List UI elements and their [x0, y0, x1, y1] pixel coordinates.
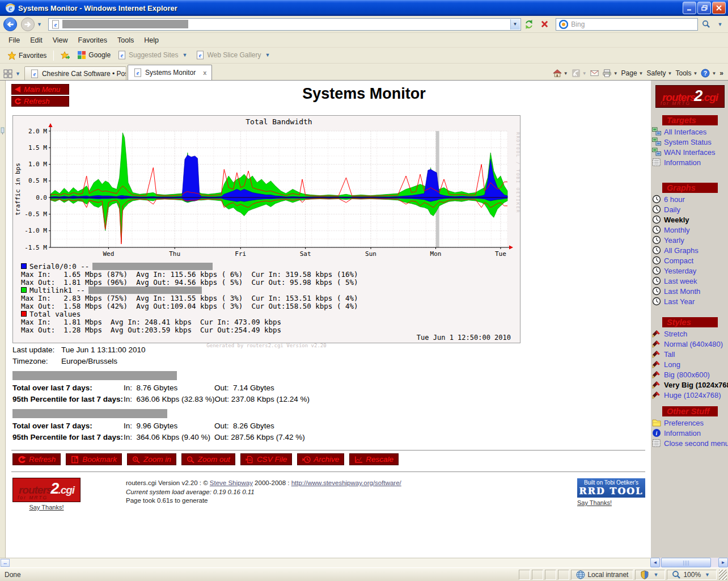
sidebar-item-all-graphs[interactable]: All Graphs	[651, 245, 728, 255]
menu-tools[interactable]: Tools	[112, 35, 139, 46]
sidebar-horizontal-scrollbar[interactable]: ◄ ►	[650, 558, 728, 567]
sidebar-item-6-hour[interactable]: 6 hour	[651, 194, 728, 204]
tab-systems-monitor[interactable]: eSystems Monitorx	[128, 65, 212, 80]
add-to-favorites-bar-button[interactable]	[57, 49, 74, 62]
refresh-button[interactable]	[523, 18, 536, 31]
menu-view[interactable]: View	[48, 35, 73, 46]
read-mail-button[interactable]	[590, 69, 599, 78]
tab-cheshire-cat-software-pos[interactable]: eCheshire Cat Software • Pos...	[24, 66, 126, 80]
home-button[interactable]: ▼	[553, 69, 568, 78]
ie-page-icon: e	[196, 50, 205, 60]
globe-icon	[576, 570, 585, 579]
zoom-level-button[interactable]: 100% ▼	[667, 570, 717, 580]
sidebar-item-information[interactable]: Information	[651, 157, 728, 167]
recent-pages-dropdown[interactable]: ▼	[37, 22, 42, 27]
favorites-link-web-slice-gallery[interactable]: eWeb Slice Gallery▼	[192, 49, 275, 61]
help-button[interactable]: ? ▼	[701, 69, 716, 78]
main-menu-button[interactable]: Main Menu	[11, 84, 69, 95]
sidebar-item-huge-1024x768[interactable]: Huge (1024x768)	[651, 390, 728, 400]
tab-close-icon[interactable]: x	[203, 69, 206, 76]
sidebar-item-long[interactable]: Long	[651, 359, 728, 369]
sidebar-item-daily[interactable]: Daily	[651, 204, 728, 214]
csv-file-button[interactable]: CSV File	[240, 453, 292, 465]
software-url-link[interactable]: http://www.steveshipway.org/software/	[291, 479, 401, 486]
routers2cgi-footer-logo[interactable]: routers2.cgifor MRTG Say Thanks!	[12, 478, 81, 502]
sidebar-item-last-year[interactable]: Last Year	[651, 296, 728, 306]
scroll-left-right-icon[interactable]: ↔	[1, 559, 10, 567]
sidebar-item-weekly[interactable]: Weekly	[651, 214, 728, 225]
sidebar-item-big-800x600[interactable]: Big (800x600)	[651, 369, 728, 380]
sidebar-item-tall[interactable]: Tall	[651, 349, 728, 359]
refresh-page-button[interactable]: Refresh	[11, 96, 69, 107]
sidebar-item-close-second-menu[interactable]: Close second menu	[651, 438, 728, 448]
sidebar-item-stretch[interactable]: Stretch	[651, 329, 728, 339]
favorites-link-google[interactable]: Google	[74, 49, 114, 61]
address-input[interactable]: e ▼	[48, 18, 521, 31]
zoom-out-button[interactable]: Zoom out	[181, 453, 235, 465]
scroll-right-arrow[interactable]: ►	[718, 558, 728, 567]
safety-menu[interactable]: Safety▼	[647, 69, 672, 77]
security-zone: Local intranet	[571, 570, 633, 580]
bandwidth-chart[interactable]: 2.0 M1.5 M1.0 M0.5 M0.0-0.5 M-1.0 M-1.5 …	[13, 116, 520, 261]
frame-splitter[interactable]	[0, 81, 6, 558]
sidebar-item-last-month[interactable]: Last Month	[651, 286, 728, 296]
bookmark-button[interactable]: Bookmark	[66, 453, 122, 465]
menu-favorites[interactable]: Favorites	[73, 35, 112, 46]
sidebar-item-last-week[interactable]: Last week	[651, 276, 728, 286]
sidebar-item-normal-640x480[interactable]: Normal (640x480)	[651, 339, 728, 349]
scrollbar-thumb[interactable]	[661, 558, 711, 567]
bookmark-icon	[71, 456, 79, 464]
quick-tabs-icon[interactable]	[3, 69, 12, 78]
svg-text:-1.0 M: -1.0 M	[24, 227, 47, 234]
page-menu[interactable]: Page▼	[621, 69, 644, 77]
sidebar-item-monthly[interactable]: Monthly	[651, 225, 728, 235]
redacted-text	[12, 371, 177, 380]
svg-text:e: e	[199, 52, 202, 58]
sidebar-item-yesterday[interactable]: Yesterday	[651, 266, 728, 276]
menu-file[interactable]: File	[3, 35, 25, 46]
protected-mode-button[interactable]: ▼	[635, 570, 665, 580]
feeds-button[interactable]: ▼	[572, 69, 587, 78]
say-thanks-link[interactable]: Say Thanks!	[577, 499, 645, 506]
search-input[interactable]: Bing	[556, 18, 698, 31]
sidebar-item-yearly[interactable]: Yearly	[651, 235, 728, 245]
sidebar-item-all-interfaces[interactable]: All Interfaces	[651, 127, 728, 137]
stop-button[interactable]	[537, 18, 551, 31]
main-horizontal-scrollbar[interactable]: ↔	[0, 558, 650, 567]
address-dropdown[interactable]: ▼	[510, 19, 520, 30]
stat-row: 95th Percentile for last 7 days:In: 636.…	[12, 395, 642, 406]
close-button[interactable]	[712, 2, 726, 14]
print-button[interactable]: ▼	[603, 69, 618, 78]
tab-list-dropdown[interactable]: ▼	[15, 71, 20, 77]
sidebar-item-compact[interactable]: Compact	[651, 255, 728, 266]
steve-shipway-link[interactable]: Steve Shipway	[210, 479, 253, 486]
sidebar-item-preferences[interactable]: Preferences	[651, 418, 728, 428]
sidebar-item-very-big-1024x768[interactable]: Very Big (1024x768)	[651, 380, 728, 390]
address-redacted-text	[62, 20, 188, 28]
menu-edit[interactable]: Edit	[25, 35, 48, 46]
scroll-left-arrow[interactable]: ◄	[650, 558, 660, 567]
zoom-in-button[interactable]: Zoom in	[127, 453, 176, 465]
tools-menu[interactable]: Tools▼	[675, 69, 697, 77]
sidebar-item-wan-interfaces[interactable]: WAN Interfaces	[651, 147, 728, 157]
search-options-dropdown[interactable]: ▼	[714, 18, 726, 31]
resize-grip[interactable]	[719, 570, 727, 580]
favorites-link-suggested-sites[interactable]: eSuggested Sites▼	[114, 49, 192, 61]
rescale-button[interactable]: Rescale	[349, 453, 399, 465]
say-thanks-link[interactable]: Say Thanks!	[12, 504, 81, 511]
search-button[interactable]	[700, 18, 712, 31]
sidebar-item-information[interactable]: iInformation	[651, 428, 728, 438]
archive-button[interactable]: Archive	[297, 453, 344, 465]
refresh-button[interactable]: Refresh	[12, 453, 61, 465]
minimize-button[interactable]	[683, 2, 696, 14]
forward-button[interactable]	[20, 17, 35, 32]
menu-help[interactable]: Help	[139, 35, 164, 46]
legend-stat-line: Max Out: 1.58 Mbps (42%) Avg Out:109.04 …	[21, 302, 520, 310]
restore-button[interactable]	[697, 2, 711, 14]
more-commands-chevron[interactable]: »	[719, 69, 723, 77]
clock-icon	[652, 276, 661, 285]
favorites-button[interactable]: Favorites	[3, 49, 50, 62]
sidebar-item-system-status[interactable]: System Status	[651, 137, 728, 147]
rrdtool-logo[interactable]: Built on Tobi Oetiker'sRRD TOOL Say Than…	[577, 478, 645, 506]
back-button[interactable]	[3, 17, 18, 32]
